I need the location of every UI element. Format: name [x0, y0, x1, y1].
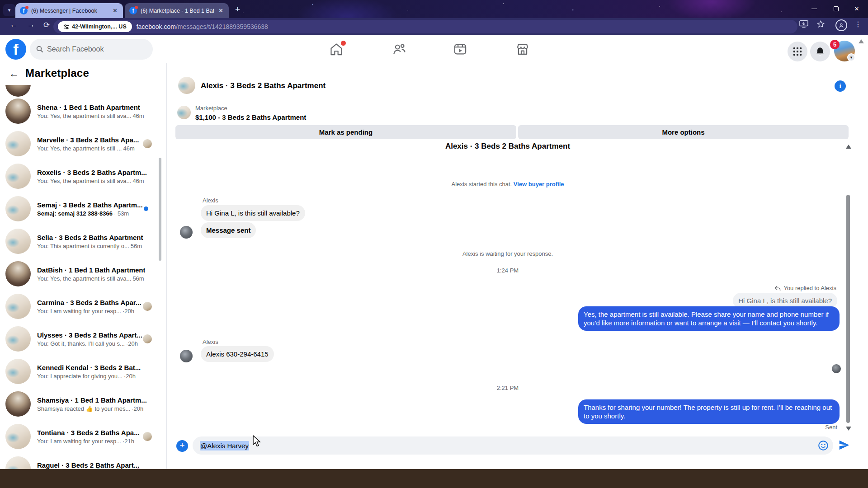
window-close-button[interactable]: ✕ — [846, 0, 867, 17]
notification-count-badge: 5 — [830, 40, 840, 49]
tab-close-icon[interactable]: ✕ — [217, 7, 224, 14]
windows-taskbar — [0, 469, 868, 488]
conversation-preview: You: I am waiting for your resp... — [37, 308, 121, 314]
mark-as-pending-button[interactable]: Mark as pending — [175, 125, 516, 139]
tab-close-icon[interactable]: ✕ — [112, 7, 118, 14]
friends-nav-icon[interactable] — [392, 42, 408, 58]
conversation-list-item[interactable]: DatBish · 1 Bed 1 Bath Apartment You: Ye… — [2, 258, 164, 290]
browser-menu-icon[interactable]: ⋮ — [854, 20, 862, 28]
browser-tab-marketplace[interactable]: f (6) Marketplace - 1 Bed 1 Bath A ✕ — [125, 3, 229, 18]
conversation-list-item[interactable]: Semaj · 3 Beds 2 Baths Apartm... Semaj: … — [2, 192, 164, 225]
conversation-time: ·20h — [124, 373, 136, 380]
address-bar[interactable]: 42-Wilmington,... US facebook.com/messag… — [53, 20, 797, 33]
search-icon — [36, 46, 43, 53]
back-button[interactable]: ← — [10, 20, 18, 29]
watch-nav-icon[interactable] — [453, 42, 469, 58]
conversation-title: Tontiana · 3 Beds 2 Baths Apa... — [37, 429, 140, 436]
conversation-title: Selia · 3 Beds 2 Baths Apartment — [37, 234, 143, 241]
home-nav-icon[interactable] — [329, 42, 345, 58]
incoming-message[interactable]: Alexis 630-294-6415 — [201, 346, 274, 362]
conversation-list-item[interactable]: Tontiana · 3 Beds 2 Baths Apa... You: I … — [2, 420, 164, 453]
message-input[interactable]: @Alexis Harvey — [193, 436, 833, 455]
incoming-message[interactable]: Hi Gina L, is this still available? — [201, 205, 305, 221]
conversation-list-item[interactable]: Shena · 1 Bed 1 Bath Apartment You: Yes,… — [2, 95, 164, 127]
conversation-title: Shena · 1 Bed 1 Bath Apartment — [37, 103, 144, 111]
conversation-avatar — [5, 229, 31, 254]
conversation-preview: You: This apartment is currently o... — [37, 243, 129, 249]
conversation-list-item[interactable]: Roxelis · 3 Beds 2 Baths Apartm... You: … — [2, 160, 164, 192]
conversation-avatar — [5, 456, 31, 469]
conversation-title: Carmina · 3 Beds 2 Baths Apar... — [37, 299, 141, 306]
reply-arrow-icon — [774, 286, 781, 291]
window-maximize-button[interactable] — [826, 0, 846, 17]
send-message-icon[interactable] — [838, 439, 850, 451]
conversation-time: 46m — [132, 113, 144, 119]
conversation-title: Raguel · 3 Beds 2 Baths Apart... — [37, 461, 139, 469]
conversation-avatar — [5, 294, 31, 319]
marketplace-nav-icon[interactable] — [515, 42, 531, 58]
conversation-preview: Semaj: semaj 312 388-8366 — [37, 210, 113, 217]
reload-button[interactable]: ⟳ — [43, 20, 50, 30]
notifications-button[interactable] — [810, 42, 830, 61]
conversation-time: ·20h — [132, 405, 143, 412]
chat-peer-avatar[interactable] — [178, 77, 195, 94]
mouse-cursor — [251, 435, 261, 448]
seen-receipt-mini-avatar — [832, 364, 841, 373]
listing-headline: $1,100 - 3 Beds 2 Baths Apartment — [195, 113, 306, 121]
search-placeholder: Search Facebook — [47, 45, 104, 53]
conversation-preview: You: Yes, the apartment is still ava... — [37, 113, 131, 119]
conversation-list-item[interactable]: Marvelle · 3 Beds 2 Baths Apa... You: Ye… — [2, 127, 164, 160]
facebook-logo[interactable]: f — [5, 39, 26, 60]
chat-peer-name[interactable]: Alexis · 3 Beds 2 Baths Apartment — [201, 81, 326, 90]
sender-label: Alexis — [203, 197, 218, 204]
site-info-badge[interactable]: 42-Wilmington,... US — [58, 21, 132, 32]
conversation-title: Shamsiya · 1 Bed 1 Bath Apartm... — [37, 396, 147, 404]
facebook-search-input[interactable]: Search Facebook — [30, 39, 153, 60]
thread-title: Alexis · 3 Beds 2 Baths Apartment — [349, 142, 666, 151]
chat-scrollbar-up-arrow[interactable] — [846, 145, 851, 149]
message-sender-avatar — [180, 226, 193, 239]
forward-button[interactable]: → — [27, 20, 35, 29]
bell-icon — [815, 47, 825, 56]
install-app-icon[interactable] — [799, 20, 808, 28]
facebook-favicon: f — [20, 7, 28, 14]
new-tab-button[interactable]: + — [235, 5, 240, 14]
conversation-list-item[interactable]: Carmina · 3 Beds 2 Baths Apar... You: I … — [2, 290, 164, 323]
attach-plus-button[interactable]: + — [176, 440, 188, 452]
outgoing-message[interactable]: Thanks for sharing your number! The prop… — [578, 399, 840, 424]
conversation-list-item[interactable]: Selia · 3 Beds 2 Baths Apartment You: Th… — [2, 225, 164, 258]
tab-search-caret-button[interactable]: ▾ — [3, 4, 15, 16]
conversation-list-item[interactable]: Raguel · 3 Beds 2 Baths Apart... — [2, 453, 164, 469]
apps-menu-button[interactable] — [788, 42, 807, 61]
incoming-message[interactable]: Message sent — [201, 222, 256, 238]
conversation-avatar — [5, 359, 31, 384]
conversation-title: Kennedi Kendal · 3 Beds 2 Bat... — [37, 364, 141, 371]
conversation-info-icon[interactable]: i — [835, 80, 846, 92]
conversation-time: 46m — [123, 145, 134, 152]
composer-selected-text: @Alexis Harvey — [200, 441, 249, 450]
outgoing-message[interactable]: Yes, the apartment is still available. P… — [578, 306, 840, 331]
sidebar-divider — [166, 63, 167, 469]
conversation-list-item[interactable]: Ulysses · 3 Beds 2 Baths Apart... You: G… — [2, 323, 164, 355]
conversation-list-item[interactable]: Kennedi Kendal · 3 Beds 2 Bat... You: I … — [2, 355, 164, 388]
tab-title: (6) Marketplace - 1 Bed 1 Bath A — [141, 8, 214, 14]
chat-scrollbar-down-arrow[interactable] — [846, 427, 851, 431]
conversation-list-item[interactable]: Shamsiya · 1 Bed 1 Bath Apartm... Shamsi… — [2, 388, 164, 420]
browser-tab-messenger[interactable]: f (6) Messenger | Facebook ✕ — [15, 3, 123, 18]
more-options-button[interactable]: More options — [518, 125, 849, 139]
divider — [167, 101, 868, 101]
chat-scrollbar-thumb[interactable] — [846, 195, 850, 423]
view-buyer-profile-link[interactable]: View buyer profile — [514, 181, 564, 188]
seen-receipt-avatar — [143, 302, 152, 311]
emoji-picker-icon[interactable] — [817, 440, 829, 451]
conversation-avatar — [5, 196, 31, 221]
back-arrow-icon[interactable]: ← — [9, 68, 19, 80]
browser-profile-icon[interactable] — [835, 19, 847, 31]
window-minimize-button[interactable] — [804, 0, 825, 17]
waiting-status-text: Alexis is waiting for your response. — [349, 250, 666, 257]
bookmark-star-icon[interactable] — [816, 20, 825, 28]
page-scrollbar-up-arrow[interactable] — [859, 39, 864, 43]
apps-grid-icon — [793, 47, 802, 56]
sidebar-scrollbar[interactable] — [159, 158, 161, 261]
timestamp: 1:24 PM — [349, 267, 666, 274]
